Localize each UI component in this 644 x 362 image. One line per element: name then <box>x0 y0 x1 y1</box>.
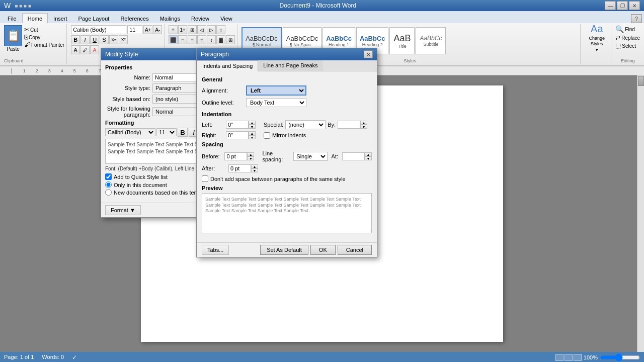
format-bold-button[interactable]: B <box>178 128 188 137</box>
left-down-button[interactable]: ▼ <box>249 125 256 129</box>
style-title[interactable]: AaB Title <box>389 27 415 54</box>
strikethrough-button[interactable]: S <box>100 35 109 44</box>
before-input[interactable] <box>224 152 247 160</box>
by-input[interactable] <box>338 121 360 129</box>
align-center-button[interactable]: ≡ <box>178 35 187 44</box>
tab-line-page-breaks[interactable]: Line and Page Breaks <box>258 60 323 71</box>
restore-button[interactable]: ❐ <box>617 1 628 10</box>
change-styles-button[interactable]: Aa Change Styles ▼ <box>583 24 611 64</box>
format-painter-button[interactable]: 🖌Format Painter <box>24 41 64 48</box>
close-button[interactable]: ✕ <box>629 1 640 10</box>
before-up-button[interactable]: ▲ <box>247 152 254 156</box>
line-spacing-select[interactable]: Single 1.5 lines Double At least Exactly… <box>293 152 327 161</box>
italic-button[interactable]: I <box>80 35 90 44</box>
at-spinbtns: ▲ ▼ <box>365 152 372 160</box>
tab-home[interactable]: Home <box>22 13 48 23</box>
only-in-doc-radio[interactable] <box>105 182 112 188</box>
format-size-select[interactable]: 11 <box>156 128 177 136</box>
minimize-button[interactable]: — <box>605 1 616 10</box>
highlight-button[interactable]: 🖊 <box>80 45 90 54</box>
dont-add-checkbox[interactable] <box>202 175 208 182</box>
replace-button[interactable]: ⇄ Replace <box>615 34 640 41</box>
shading-button[interactable]: ▓ <box>216 35 225 44</box>
underline-button[interactable]: U <box>90 35 99 44</box>
align-left-button[interactable]: ⬛ <box>169 35 178 44</box>
left-up-button[interactable]: ▲ <box>249 121 256 125</box>
cut-button[interactable]: ✂Cut <box>24 26 64 33</box>
ribbon-help-button[interactable]: ? <box>631 14 642 23</box>
after-input[interactable] <box>228 164 251 172</box>
decrease-indent-button[interactable]: ◁ <box>197 25 206 34</box>
subscript-button[interactable]: X₂ <box>109 35 118 44</box>
paragraph-cancel-button[interactable]: Cancel <box>338 245 372 255</box>
font-grow-button[interactable]: A+ <box>143 25 152 34</box>
tab-review[interactable]: Review <box>186 13 215 23</box>
line-spacing-section-label: Line spacing: <box>262 150 289 162</box>
at-down-button[interactable]: ▼ <box>365 156 372 160</box>
alignment-select[interactable]: Left Center Right Justify <box>246 85 306 96</box>
numbering-button[interactable]: 1≡ <box>178 25 187 34</box>
left-indent-input[interactable] <box>226 121 249 129</box>
mirror-indents-checkbox[interactable] <box>264 132 270 139</box>
text-effect-button[interactable]: A <box>71 45 80 54</box>
paste-button[interactable]: 📋 Paste <box>4 25 22 52</box>
add-to-quick-checkbox[interactable] <box>105 173 112 180</box>
zoom-slider[interactable] <box>600 353 640 361</box>
font-color-button[interactable]: A <box>90 45 99 54</box>
at-up-button[interactable]: ▲ <box>365 152 372 156</box>
clipboard-group: 📋 Paste ✂Cut ⎘Copy 🖌Format Painter Clipb… <box>2 24 67 64</box>
format-font-select[interactable]: Calibri (Body) <box>105 128 155 136</box>
line-spacing-button[interactable]: ↕ <box>207 35 216 44</box>
bullets-button[interactable]: ≡ <box>169 25 178 34</box>
by-up-button[interactable]: ▲ <box>360 121 367 125</box>
view-full-button[interactable] <box>565 354 573 361</box>
set-as-default-button[interactable]: Set As Default <box>260 245 308 255</box>
tab-page-layout[interactable]: Page Layout <box>73 13 115 23</box>
change-styles-label: Change Styles <box>587 36 607 47</box>
special-select[interactable]: (none) First line Hanging <box>285 120 326 129</box>
font-name-input[interactable] <box>71 25 126 34</box>
format-dropdown-button[interactable]: Format ▼ <box>105 205 141 215</box>
bold-button[interactable]: B <box>71 35 80 44</box>
by-down-button[interactable]: ▼ <box>360 125 367 129</box>
right-up-button[interactable]: ▲ <box>249 131 256 135</box>
multilevel-button[interactable]: ⊞ <box>188 25 197 34</box>
after-down-button[interactable]: ▼ <box>251 168 258 172</box>
justify-button[interactable]: ≡ <box>197 35 206 44</box>
new-docs-radio[interactable] <box>105 189 112 196</box>
tab-view[interactable]: View <box>215 13 238 23</box>
font-size-input[interactable] <box>127 25 142 34</box>
tab-mailings[interactable]: Mailings <box>154 13 186 23</box>
right-down-button[interactable]: ▼ <box>249 135 256 139</box>
right-indent-input[interactable] <box>226 131 249 139</box>
after-up-button[interactable]: ▲ <box>251 164 258 168</box>
paragraph-close-button[interactable]: ✕ <box>364 50 373 58</box>
at-input[interactable] <box>342 152 365 160</box>
align-right-button[interactable]: ≡ <box>188 35 197 44</box>
view-web-button[interactable] <box>574 354 582 361</box>
font-shrink-button[interactable]: A- <box>153 25 162 34</box>
outline-label: Outline level: <box>202 100 242 106</box>
select-button[interactable]: ⬚ Select <box>615 42 640 49</box>
style-subtitle[interactable]: AaBbCc Subtitle <box>416 27 446 54</box>
tab-indents-spacing[interactable]: Indents and Spacing <box>197 60 258 71</box>
sort-button[interactable]: ↕ <box>216 25 225 34</box>
spell-check-icon[interactable]: ✓ <box>72 354 77 361</box>
tabs-button[interactable]: Tabs... <box>202 245 229 255</box>
vertical-scrollbar[interactable] <box>637 75 644 352</box>
increase-indent-button[interactable]: ▷ <box>207 25 216 34</box>
view-print-button[interactable] <box>555 354 564 361</box>
borders-button[interactable]: ⊞ <box>226 35 235 44</box>
before-down-button[interactable]: ▼ <box>247 156 254 160</box>
tab-file[interactable]: File <box>2 13 22 23</box>
copy-button[interactable]: ⎘Copy <box>24 34 64 41</box>
scroll-thumb[interactable] <box>638 76 644 86</box>
find-button[interactable]: 🔍 Find <box>615 25 640 33</box>
style-based-label: Style based on: <box>105 96 150 102</box>
outline-select[interactable]: Body Text <box>246 98 306 107</box>
superscript-button[interactable]: X² <box>119 35 128 44</box>
paragraph-ok-button[interactable]: OK <box>310 245 336 255</box>
tab-references[interactable]: References <box>115 13 154 23</box>
tab-insert[interactable]: Insert <box>48 13 73 23</box>
right-indent-spinner: ▲ ▼ <box>226 131 256 139</box>
